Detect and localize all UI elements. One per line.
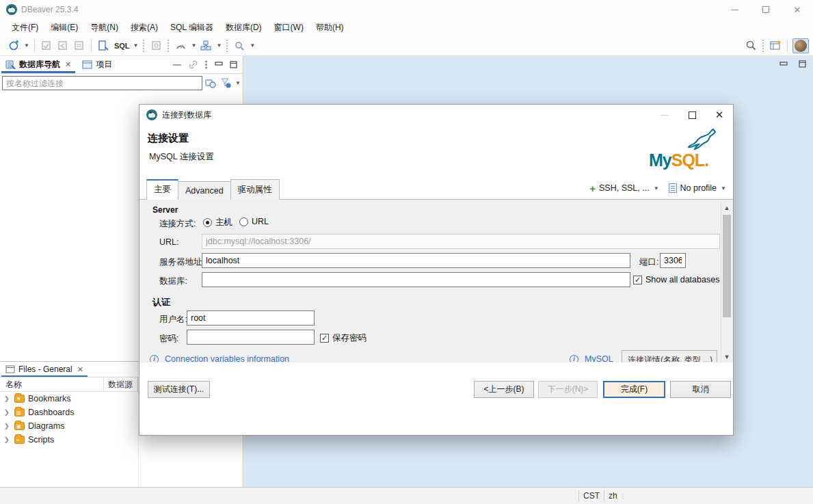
column-datasource[interactable]: 数据源 xyxy=(104,377,138,391)
tab-main[interactable]: 主要 xyxy=(146,179,178,200)
collapse-all-icon[interactable] xyxy=(172,62,182,68)
menu-search[interactable]: 搜索(A) xyxy=(124,20,164,36)
menu-sql-editor[interactable]: SQL 编辑器 xyxy=(164,20,219,36)
radio-host[interactable]: 主机 xyxy=(203,217,232,228)
statusbar-handle-icon: ⋮ xyxy=(620,493,626,499)
port-input[interactable] xyxy=(660,253,686,268)
files-view-icon xyxy=(5,365,15,373)
filter-icon[interactable] xyxy=(220,77,232,89)
chevron-right-icon[interactable]: ❯ xyxy=(4,409,11,416)
rollback-icon[interactable] xyxy=(56,39,70,53)
test-connection-button[interactable]: 测试连接(T)... xyxy=(148,381,210,398)
sql-editor-label[interactable]: SQL xyxy=(114,42,130,50)
url-input xyxy=(202,234,720,249)
scroll-up-icon[interactable]: ▲ xyxy=(721,202,732,213)
tab-close-icon[interactable]: ✕ xyxy=(65,60,71,69)
tab-database-navigator[interactable]: 数据库导航 ✕ xyxy=(0,56,77,73)
dashboard-dropdown-icon[interactable]: ▼ xyxy=(191,42,196,49)
back-button[interactable]: <上一步(B) xyxy=(474,381,534,398)
column-name[interactable]: 名称 xyxy=(0,377,104,391)
commit-icon[interactable] xyxy=(40,39,53,53)
tab-files-general[interactable]: Files - General ✕ xyxy=(0,362,89,377)
filter-dropdown-icon[interactable]: ▼ xyxy=(235,80,241,86)
quick-search-icon[interactable] xyxy=(744,39,758,53)
sql-editor-icon[interactable] xyxy=(96,39,110,53)
menu-navigate[interactable]: 导航(N) xyxy=(84,20,124,36)
tab-driver-properties[interactable]: 驱动属性 xyxy=(230,179,280,200)
finish-button[interactable]: 完成(F) xyxy=(603,381,665,398)
dialog-minimize-button[interactable] xyxy=(651,105,678,125)
profile-label: No profile xyxy=(680,183,717,193)
chevron-right-icon[interactable]: ❯ xyxy=(4,436,11,443)
maximize-view-icon[interactable] xyxy=(230,61,237,68)
username-input[interactable] xyxy=(187,310,315,326)
database-input[interactable] xyxy=(202,272,630,287)
mysql-wordmark-sql: SQL xyxy=(671,150,704,170)
vault-icon[interactable] xyxy=(149,39,163,53)
profile-dropdown-icon: ▼ xyxy=(721,185,726,191)
menu-edit[interactable]: 编辑(E) xyxy=(44,20,84,36)
connection-state-icon[interactable] xyxy=(205,77,217,89)
menu-window[interactable]: 窗口(W) xyxy=(268,20,310,36)
menu-help[interactable]: 帮助(H) xyxy=(310,20,350,36)
dialog-title: 连接到数据库 xyxy=(162,109,211,121)
scripts-folder-icon: ≡ xyxy=(14,436,25,444)
database-label: 数据库: xyxy=(159,276,187,287)
er-diagram-dropdown-icon[interactable]: ▼ xyxy=(216,42,222,49)
menu-file[interactable]: 文件(F) xyxy=(5,20,44,36)
er-diagram-icon[interactable] xyxy=(199,39,213,53)
new-connection-dropdown-icon[interactable]: ▼ xyxy=(24,42,29,49)
ssh-ssl-dropdown[interactable]: + SSH, SSL, ... ▼ xyxy=(589,183,658,194)
title-bar: DBeaver 25.3.4 ✕ xyxy=(0,0,813,19)
connection-filter-input[interactable] xyxy=(2,76,202,90)
chevron-right-icon[interactable]: ❯ xyxy=(4,423,11,429)
link-with-editor-icon[interactable] xyxy=(189,60,198,69)
database-navigator-icon xyxy=(5,59,16,70)
perspective-icon[interactable] xyxy=(769,39,782,53)
tab-database-navigator-label: 数据库导航 xyxy=(19,59,60,70)
search-toolbar-dropdown-icon[interactable]: ▼ xyxy=(250,42,255,49)
host-input[interactable] xyxy=(202,253,630,268)
new-connection-icon[interactable] xyxy=(7,39,21,53)
scrollbar-thumb[interactable] xyxy=(723,215,731,317)
save-password-checkbox[interactable]: ✓ 保存密码 xyxy=(320,332,366,344)
radio-url[interactable]: URL xyxy=(239,217,269,226)
save-password-label: 保存密码 xyxy=(332,332,366,344)
transaction-log-icon[interactable] xyxy=(72,39,86,53)
dialog-maximize-button[interactable] xyxy=(678,105,706,125)
tab-advanced[interactable]: Advanced xyxy=(178,181,231,200)
tab-files-general-label: Files - General xyxy=(18,364,72,374)
minimize-button[interactable] xyxy=(719,0,750,19)
timezone-indicator[interactable]: CST xyxy=(583,491,600,501)
dashboard-icon[interactable] xyxy=(174,39,187,53)
language-indicator[interactable]: zh xyxy=(609,491,617,501)
chevron-right-icon[interactable]: ❯ xyxy=(4,395,11,402)
url-label: URL: xyxy=(159,237,178,247)
files-tab-close-icon[interactable]: ✕ xyxy=(77,365,83,374)
next-button[interactable]: 下一步(N)> xyxy=(538,381,598,398)
password-input[interactable] xyxy=(187,330,315,345)
show-all-databases-checkbox[interactable]: ✓ Show all databases xyxy=(633,275,719,284)
search-toolbar-icon[interactable] xyxy=(232,39,246,53)
dialog-dbeaver-icon xyxy=(146,109,157,120)
tree-item-label: Dashboards xyxy=(28,408,74,417)
user-avatar[interactable] xyxy=(792,38,809,53)
dialog-heading: 连接设置 xyxy=(148,132,189,145)
maximize-button[interactable] xyxy=(750,0,782,19)
cancel-button[interactable]: 取消 xyxy=(670,381,731,398)
avatar-image-icon xyxy=(795,40,807,52)
menu-database[interactable]: 数据库(D) xyxy=(219,20,268,36)
view-menu-icon[interactable] xyxy=(204,60,208,69)
profile-dropdown[interactable]: No profile ▼ xyxy=(669,183,726,193)
minimize-view-icon[interactable] xyxy=(215,62,223,68)
dialog-scrollbar[interactable]: ▲ ▼ xyxy=(721,202,732,362)
auth-section-label: 认证 xyxy=(152,296,170,308)
radio-url-label: URL xyxy=(252,217,269,226)
editor-maximize-icon[interactable] xyxy=(799,60,806,68)
close-button[interactable]: ✕ xyxy=(782,0,813,19)
editor-minimize-icon[interactable] xyxy=(779,61,788,68)
dialog-close-button[interactable]: ✕ xyxy=(706,105,733,125)
sql-editor-dropdown-icon[interactable]: ▼ xyxy=(133,42,139,49)
scroll-down-icon[interactable]: ▼ xyxy=(721,352,732,362)
tab-projects[interactable]: 项目 xyxy=(77,56,118,73)
